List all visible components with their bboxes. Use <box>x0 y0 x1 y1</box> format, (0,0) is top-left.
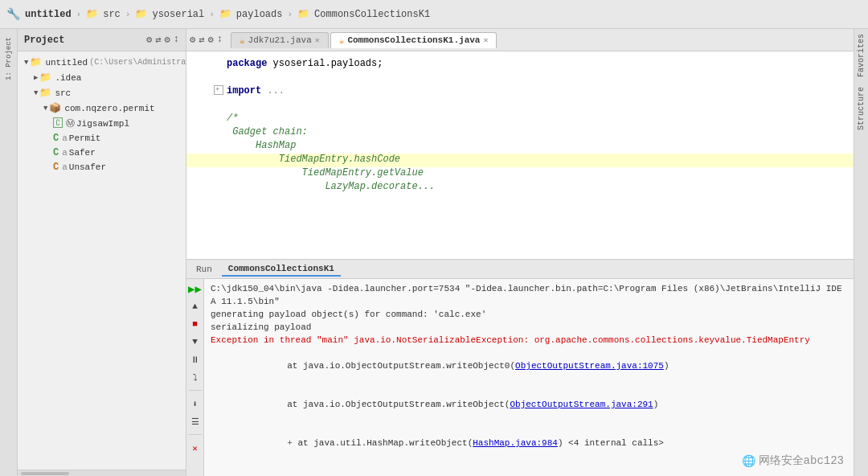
tree-item-jigsawimpl[interactable]: 🄲 Ⓜ JigsawImpl <box>18 116 186 131</box>
tree-label-idea: .idea <box>55 73 81 83</box>
folder-icon-3: 📁 <box>219 8 231 20</box>
code-comment-lazymap: LazyMap.decorate... <box>227 181 435 192</box>
java-icon-permit: C <box>53 133 59 144</box>
tab-label-commonscollections: CommonsCollectionsK1.java <box>347 35 480 45</box>
breadcrumb-sep-2: › <box>125 10 131 19</box>
tree-item-permit[interactable]: C a Permit <box>18 131 186 146</box>
breadcrumb-ysoserial[interactable]: ysoserial <box>152 9 204 20</box>
tree-label-src: src <box>55 88 71 98</box>
folder-icon: 📁 <box>30 56 42 68</box>
console-line-stack-2: at java.io.ObjectOutputStream.writeObjec… <box>211 385 847 424</box>
watermark: 🌐 网络安全abc123 <box>742 453 844 468</box>
tab-commonscollections[interactable]: ☕ CommonsCollectionsK1.java ✕ <box>330 32 497 48</box>
tab-icon-sync[interactable]: ⇄ <box>199 34 204 46</box>
code-line-1: package ysoserial.payloads; <box>186 58 854 72</box>
code-content-import: import ... <box>227 85 285 96</box>
tree-label-safer: Safer <box>69 148 96 158</box>
expand-icon[interactable]: ↕ <box>174 34 179 46</box>
console-line-stack-1: at java.io.ObjectOutputStream.writeObjec… <box>211 347 847 385</box>
arrow-down-icon: ▼ <box>24 59 28 67</box>
tab-icon-settings[interactable]: ⚙ <box>207 34 213 46</box>
breadcrumb-class[interactable]: CommonsCollectionsK1 <box>314 9 430 20</box>
code-comment-hashmap: HashMap <box>227 140 296 151</box>
arrow-down-icon-src: ▼ <box>34 89 38 97</box>
tree-label-jigsawimpl-text: JigsawImpl <box>76 119 129 129</box>
console-line-cmd: C:\jdk150_04\bin\java -Didea.launcher.po… <box>211 282 847 308</box>
console-line-exception: Exception in thread "main" java.io.NotSe… <box>211 334 847 347</box>
tree-item-src[interactable]: ▼ 📁 src <box>18 85 186 101</box>
folder-icon-2: 📁 <box>135 8 147 20</box>
gear-icon[interactable]: ⚙ <box>146 34 152 46</box>
scroll-up-btn[interactable]: ▲ <box>189 300 202 313</box>
bottom-tab-run[interactable]: Run <box>190 263 219 276</box>
scroll-down-btn[interactable]: ▼ <box>189 335 202 348</box>
code-editor[interactable]: package ysoserial.payloads; + import ...… <box>186 51 854 259</box>
tab-close-jdk7u21[interactable]: ✕ <box>315 35 320 45</box>
right-area: ⚙ ⇄ ⚙ ↕ ☕ Jdk7u21.java ✕ ☕ CommonsCollec… <box>186 29 854 476</box>
tab-jdk7u21[interactable]: ☕ Jdk7u21.java ✕ <box>231 32 329 48</box>
link-2[interactable]: ObjectOutputStream.java:291 <box>510 400 653 409</box>
title-bar: 🔧 untitled › 📁 src › 📁 ysoserial › 📁 pay… <box>0 0 868 29</box>
package-icon: 📦 <box>49 102 61 114</box>
tree-label-permit: Permit <box>69 133 101 143</box>
sync-icon[interactable]: ⇄ <box>155 34 161 46</box>
settings-icon[interactable]: ⚙ <box>165 34 170 46</box>
bottom-tab-commonscollections[interactable]: CommonsCollectionsK1 <box>222 262 341 277</box>
sidebar-tab-favorites[interactable]: Favorites <box>855 29 867 82</box>
breadcrumb-src[interactable]: src <box>103 9 121 20</box>
title-icon: 🔧 <box>6 7 20 21</box>
tree-label-unsafer: Unsafer <box>69 162 106 172</box>
project-panel: Project ⚙ ⇄ ⚙ ↕ ▼ 📁 untitled (C:\Users\A… <box>18 29 186 476</box>
breadcrumb-sep-3: › <box>209 10 215 19</box>
tree-item-untitled[interactable]: ▼ 📁 untitled (C:\Users\Administrator\Ide… <box>18 55 186 70</box>
tree-label-permit-icon: a <box>62 133 68 143</box>
tree-label-untitled: untitled <box>45 58 88 68</box>
tree-path-untitled: (C:\Users\Administrator\IdeaProjects\ <box>89 58 186 67</box>
close-console-btn[interactable]: ✕ <box>189 441 202 454</box>
pause-btn[interactable]: ⏸ <box>189 353 202 366</box>
tree-item-package[interactable]: ▼ 📦 com.nqzero.permit <box>18 101 186 116</box>
console-line-serializing: serializing payload <box>211 321 847 334</box>
project-scrollbar[interactable] <box>18 470 186 476</box>
tree-label-safer-icon: a <box>62 148 68 158</box>
code-comment-tiedmapentry-hashcode: TiedMapEntry.hashCode <box>227 154 400 165</box>
project-header-icons: ⚙ ⇄ ⚙ ↕ <box>146 34 179 46</box>
left-strip: 1: Project <box>0 29 18 476</box>
tab-icon-expand[interactable]: ↕ <box>217 34 223 46</box>
java-icon-jigsaw: 🄲 <box>53 117 63 129</box>
code-line-highlighted: TiedMapEntry.hashCode <box>186 154 854 167</box>
link-1[interactable]: ObjectOutputStream.java:1075 <box>515 361 664 371</box>
tab-label-jdk7u21: Jdk7u21.java <box>248 35 312 45</box>
wrap-btn[interactable]: ⤵ <box>189 371 202 384</box>
java-icon-unsafer: C <box>53 162 59 173</box>
link-3[interactable]: HashMap.java:984 <box>473 438 558 448</box>
expand-btn-3[interactable]: + <box>287 438 293 448</box>
arrow-down-icon-pkg: ▼ <box>43 105 47 113</box>
watermark-icon: 🌐 <box>742 454 755 468</box>
code-content-package: package ysoserial.payloads; <box>227 58 383 69</box>
code-line-comment-1: /* <box>186 113 854 126</box>
run-btn[interactable]: ▶▶ <box>189 282 202 295</box>
tree-item-unsafer[interactable]: C a Unsafer <box>18 160 186 174</box>
breadcrumb-sep-1: › <box>76 10 82 19</box>
bottom-tab-bar: Run CommonsCollectionsK1 <box>186 260 854 279</box>
tab-close-commonscollections[interactable]: ✕ <box>483 35 488 45</box>
filter-btn[interactable]: ⬇ <box>189 397 202 410</box>
code-line-comment-6: LazyMap.decorate... <box>186 181 854 195</box>
code-line-import: + import ... <box>186 85 854 99</box>
code-line-comment-3: HashMap <box>186 140 854 154</box>
tab-bar: ⚙ ⇄ ⚙ ↕ ☕ Jdk7u21.java ✕ ☕ CommonsCollec… <box>186 29 854 51</box>
console-line-generating: generating payload object(s) for command… <box>211 308 847 321</box>
breadcrumb-payloads[interactable]: payloads <box>236 9 283 20</box>
stop-btn[interactable]: ■ <box>189 318 202 330</box>
sidebar-tab-structure[interactable]: Structure <box>855 82 867 135</box>
project-header: Project ⚙ ⇄ ⚙ ↕ <box>18 29 186 51</box>
divider-1 <box>189 390 202 391</box>
code-line-blank-2 <box>186 99 854 113</box>
divider-2 <box>189 434 202 435</box>
settings-btn[interactable]: ☰ <box>189 415 202 428</box>
tree-item-idea[interactable]: ▶ 📁 .idea <box>18 70 186 85</box>
tree-item-safer[interactable]: C a Safer <box>18 146 186 160</box>
tab-icon-gear[interactable]: ⚙ <box>190 34 195 46</box>
fold-btn-import[interactable]: + <box>214 85 223 95</box>
